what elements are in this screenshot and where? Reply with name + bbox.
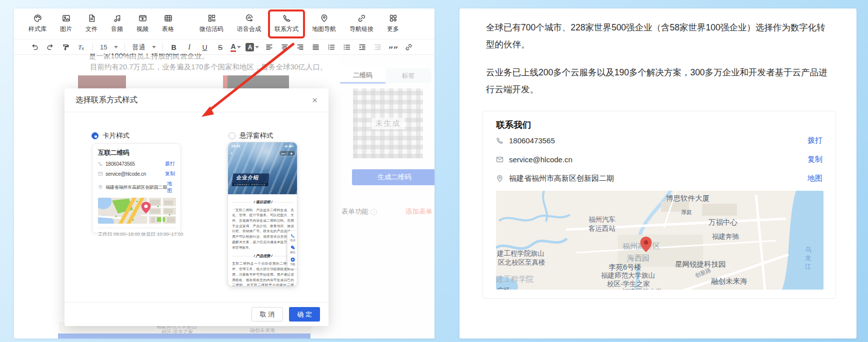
radio-label: 悬浮窗样式 [240,131,274,140]
svg-text:江: 江 [805,263,812,270]
bg-color-button[interactable]: A [246,42,259,53]
svg-text:万福中心: 万福中心 [708,218,738,226]
toolbar-label: 语音合成 [237,25,261,33]
phone-icon [496,137,504,144]
font-color-button[interactable]: A [230,42,241,53]
paragraph-style-select[interactable]: 普通 [130,43,158,52]
toolbar-label: 图片 [60,25,72,33]
toolbar-label: 联系方式 [274,25,298,33]
svg-text:福建师范大学: 福建师范大学 [622,288,662,290]
insert-toolbar: 样式库 图片 文件 音频 视频 表格 微信活码 语音合成 [14,8,434,39]
svg-text:福州汽车: 福州汽车 [588,216,616,223]
toolbar-item-wechat-livecode[interactable]: 微信活码 [198,13,225,34]
toolbar-label: 音频 [111,25,123,33]
product-advantage: 互联二维码是一个自助使用的二维码制作、管理工具，绝大部分功能都能免费使用，注册账… [232,261,294,287]
preview-paragraph: 全球已有700个城市、228家世界500强企业（含58家世界100强企业）选择作… [486,19,832,53]
published-page-preview: 全球已有700个城市、228家世界500强企业（含58家世界100强企业）选择作… [460,8,856,339]
map-link[interactable]: 地图 [808,174,822,183]
indent-decrease-button[interactable] [372,42,383,53]
svg-text:广场: 广场 [497,287,510,290]
contact-address-row: 福建省福州市高新区创新园二期 地图 [496,169,822,188]
float-style-preview[interactable]: 15:42 ‹ ••• ◉ 企业介绍 COMPANY PROFILE [228,142,298,287]
dialog-title: 选择联系方式样式 [76,95,138,105]
redo-button[interactable] [44,42,56,53]
card-style-preview[interactable]: 互联二维码 18060473565 拨打 service@hlcode.cn 复… [92,143,181,233]
chevron-down-icon [255,46,259,48]
toolbar-item-video[interactable]: 视频 [135,13,150,34]
editor-window: 样式库 图片 文件 音频 视频 表格 微信活码 语音合成 [14,8,434,339]
svg-text:乌: 乌 [805,246,812,253]
hero-title: 企业介绍 [232,173,270,182]
toolbar-item-table[interactable]: 表格 [160,13,176,34]
contact-phone-row: 18060473565 拨打 [496,131,822,150]
toolbar-item-audio[interactable]: 音频 [110,13,124,34]
clear-format-button[interactable]: Tx [76,42,86,53]
floating-contact-rail: 电话 微信 导航 [288,231,298,269]
status-icons [285,144,296,147]
rail-wechat-button[interactable]: 微信 [290,245,296,254]
phone-icon [290,233,295,238]
toolbar-label: 视频 [136,25,148,33]
radio-float-style[interactable]: 悬浮窗样式 [228,131,274,140]
cancel-button[interactable]: 取 消 [252,307,284,322]
toolbar-divider [162,43,163,51]
svg-text:客运西站: 客运西站 [588,225,616,232]
mini-map-image [98,198,176,224]
italic-button[interactable]: I [184,42,194,53]
copy-link[interactable]: 复制 [165,170,175,177]
contact-card-title: 联系我们 [496,119,822,131]
confirm-button[interactable]: 确 定 [289,307,320,322]
radio-unselected-icon [228,132,236,139]
svg-text:博思软件大厦: 博思软件大厦 [666,194,710,202]
align-justify-button[interactable] [310,42,321,53]
blockquote-button[interactable]: ”” [388,42,398,53]
project-description: 「互联二维码」产品提供二维码生成、美化、管理、统计等服务。可以把图片、文件、音视… [232,207,294,250]
svg-text:厚庭: 厚庭 [681,209,692,215]
undo-button[interactable] [29,42,40,53]
more-icon [389,14,398,22]
miniprogram-capsule: ••• ◉ [279,150,296,156]
image-icon [62,14,70,22]
toolbar-item-map-nav[interactable]: 地图导航 [310,13,338,34]
radio-selected-icon [92,132,98,139]
bold-button[interactable]: B [168,42,179,53]
copy-link[interactable]: 复制 [808,155,822,164]
align-center-button[interactable] [279,42,290,53]
map-link[interactable]: 地图 [167,180,175,194]
call-link[interactable]: 拨打 [808,136,822,145]
hero-title-block: 企业介绍 COMPANY PROFILE [232,173,270,186]
bullet-list-button[interactable] [341,42,352,53]
mail-icon [98,171,103,176]
ordered-list-button[interactable]: 123 [326,42,336,53]
toolbar-item-contact[interactable]: 联系方式 [273,13,300,34]
rail-navigate-button[interactable]: 导航 [290,257,296,266]
underline-button[interactable]: U [199,42,210,53]
navigate-icon [290,257,295,262]
section-header-advantage: / 产品优势 / [232,254,294,258]
hero-subtitle: COMPANY PROFILE [232,183,269,186]
rail-phone-button[interactable]: 电话 [290,233,296,242]
close-icon[interactable]: × [312,95,318,105]
card-phone-row: 18060473565 拨打 [98,160,175,167]
format-toolbar: Tx 15 普通 B I U S A A 123 ”” [14,40,434,55]
insert-link-button[interactable] [403,42,414,53]
align-right-button[interactable] [294,42,306,53]
back-icon: ‹ [230,150,232,155]
svg-text:融创未来海: 融创未来海 [711,277,748,285]
toolbar-item-nav-link[interactable]: 导航链接 [348,13,375,34]
toolbar-label: 地图导航 [312,25,336,33]
format-painter-icon[interactable] [60,42,71,53]
call-link[interactable]: 拨打 [165,160,175,167]
strikethrough-button[interactable]: S [214,42,226,53]
toolbar-item-image[interactable]: 图片 [58,13,74,34]
file-icon [88,14,96,22]
font-size-select[interactable]: 15 [98,43,120,51]
chevron-down-icon [114,46,118,48]
toolbar-item-file[interactable]: 文件 [84,13,99,34]
toolbar-item-style-library[interactable]: 样式库 [27,13,48,34]
radio-card-style[interactable]: 卡片样式 [92,131,130,140]
toolbar-item-voice-synthesis[interactable]: 语音合成 [236,13,262,34]
align-left-button[interactable] [264,42,274,53]
toolbar-item-more[interactable]: 更多 [386,13,400,34]
indent-increase-button[interactable] [356,42,368,53]
